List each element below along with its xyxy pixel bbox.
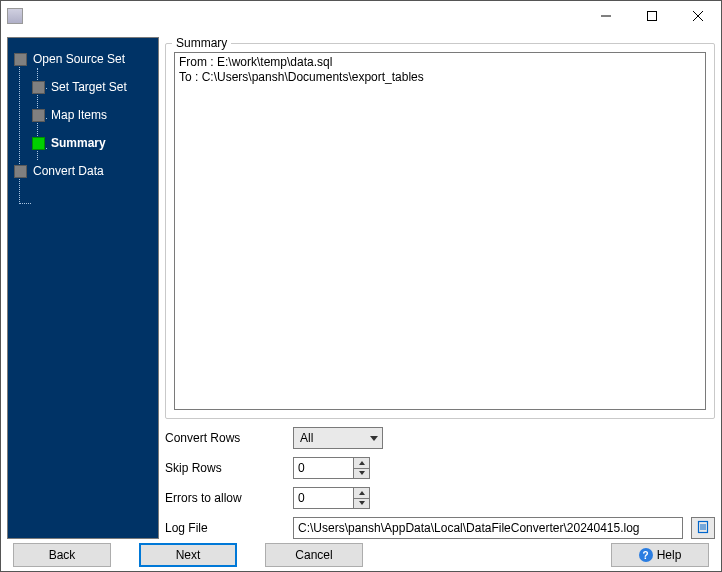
skip-rows-input[interactable] bbox=[293, 457, 353, 479]
minimize-button[interactable] bbox=[583, 1, 629, 31]
main-panel: Summary From : E:\work\temp\data.sql To … bbox=[165, 37, 715, 539]
convert-rows-row: Convert Rows All bbox=[165, 427, 715, 449]
skip-rows-label: Skip Rows bbox=[165, 461, 285, 475]
chevron-down-icon bbox=[370, 436, 378, 441]
skip-rows-spinner[interactable] bbox=[293, 457, 370, 479]
errors-allow-spinner[interactable] bbox=[293, 487, 370, 509]
step-label: Summary bbox=[51, 136, 106, 150]
maximize-button[interactable] bbox=[629, 1, 675, 31]
summary-group: Summary From : E:\work\temp\data.sql To … bbox=[165, 43, 715, 419]
errors-allow-input[interactable] bbox=[293, 487, 353, 509]
convert-rows-select[interactable]: All bbox=[293, 427, 383, 449]
summary-group-label: Summary bbox=[172, 36, 231, 50]
errors-allow-row: Errors to allow bbox=[165, 487, 715, 509]
step-convert-data[interactable]: Convert Data bbox=[12, 160, 154, 182]
document-icon bbox=[697, 520, 709, 537]
spin-down-button[interactable] bbox=[354, 469, 369, 479]
spin-up-button[interactable] bbox=[354, 458, 369, 469]
step-label: Set Target Set bbox=[51, 80, 127, 94]
convert-rows-value: All bbox=[300, 431, 313, 445]
wizard-footer: Back Next Cancel ? Help bbox=[1, 539, 721, 571]
titlebar bbox=[1, 1, 721, 31]
log-file-label: Log File bbox=[165, 521, 285, 535]
log-file-input[interactable] bbox=[293, 517, 683, 539]
step-node-icon bbox=[14, 165, 27, 178]
window-controls bbox=[583, 1, 721, 31]
help-button[interactable]: ? Help bbox=[611, 543, 709, 567]
log-file-row: Log File bbox=[165, 517, 715, 539]
back-button[interactable]: Back bbox=[13, 543, 111, 567]
wizard-steps-sidebar: Open Source Set Set Target Set Map Items… bbox=[7, 37, 159, 539]
step-open-source-set[interactable]: Open Source Set bbox=[12, 48, 154, 70]
caret-down-icon bbox=[359, 471, 365, 475]
caret-down-icon bbox=[359, 501, 365, 505]
skip-rows-row: Skip Rows bbox=[165, 457, 715, 479]
caret-up-icon bbox=[359, 461, 365, 465]
step-label: Convert Data bbox=[33, 164, 104, 178]
step-node-icon bbox=[32, 81, 45, 94]
svg-rect-1 bbox=[648, 12, 657, 21]
convert-rows-label: Convert Rows bbox=[165, 431, 285, 445]
help-icon: ? bbox=[639, 548, 653, 562]
caret-up-icon bbox=[359, 491, 365, 495]
step-label: Open Source Set bbox=[33, 52, 125, 66]
cancel-button[interactable]: Cancel bbox=[265, 543, 363, 567]
step-set-target-set[interactable]: Set Target Set bbox=[30, 76, 154, 98]
step-map-items[interactable]: Map Items bbox=[30, 104, 154, 126]
log-file-browse-button[interactable] bbox=[691, 517, 715, 539]
wizard-window: Open Source Set Set Target Set Map Items… bbox=[0, 0, 722, 572]
step-node-icon bbox=[32, 137, 45, 150]
errors-allow-label: Errors to allow bbox=[165, 491, 285, 505]
step-node-icon bbox=[32, 109, 45, 122]
spin-up-button[interactable] bbox=[354, 488, 369, 499]
close-button[interactable] bbox=[675, 1, 721, 31]
app-icon bbox=[7, 8, 23, 24]
next-button[interactable]: Next bbox=[139, 543, 237, 567]
step-summary[interactable]: Summary bbox=[30, 132, 154, 154]
step-node-icon bbox=[14, 53, 27, 66]
spin-down-button[interactable] bbox=[354, 499, 369, 509]
step-label: Map Items bbox=[51, 108, 107, 122]
summary-textbox[interactable]: From : E:\work\temp\data.sql To : C:\Use… bbox=[174, 52, 706, 410]
